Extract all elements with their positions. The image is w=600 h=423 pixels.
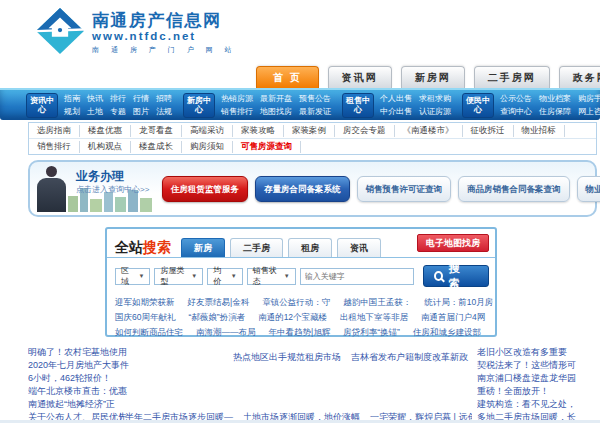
hot-search-link[interactable]: 如何判断商品住宅 xyxy=(115,327,183,337)
news-link[interactable]: 建筑构造：看不见之处， xyxy=(477,398,597,411)
hot-search-link[interactable]: 章镇公益行动：守 xyxy=(262,297,330,307)
public-service-center-badge[interactable]: 便民中心 xyxy=(462,93,494,118)
main-nav-tab[interactable]: 资讯网 xyxy=(328,66,392,88)
quick-link[interactable]: 购房须知 xyxy=(182,141,233,153)
news-link[interactable]: 契税法来了！这些情形可 xyxy=(477,359,597,372)
quick-links-row-2: 销售排行机构观点楼盘成长购房须知 可售房源查询 xyxy=(29,138,596,154)
mega-menu-link[interactable]: 最新发证 xyxy=(299,106,331,117)
search-tab[interactable]: 资讯 xyxy=(337,238,381,257)
mega-menu-link[interactable]: 认证房源 xyxy=(419,106,451,117)
news-link[interactable]: 明确了！农村宅基地使用 xyxy=(28,346,178,359)
mega-menu-link[interactable]: 求租求购 xyxy=(419,93,451,104)
quick-link[interactable]: 家装攻略 xyxy=(233,125,284,137)
mega-group-newhome: 新房中心 热销房源最新开盘预售公告 销售排行地图找房最新发证 xyxy=(183,93,331,118)
hot-search-link[interactable]: 越韵中国王孟获： xyxy=(343,297,411,307)
mega-menu-link[interactable]: 土地 xyxy=(87,106,103,117)
mega-menu-link[interactable]: 物业档案 xyxy=(539,93,571,104)
quick-link[interactable]: 房交会专题 xyxy=(335,125,395,137)
hot-search-link[interactable]: 住房和城乡建设部 xyxy=(413,327,481,337)
news-link[interactable]: 6小时，462轮报价！ xyxy=(28,372,178,385)
quick-link[interactable]: 《南通楼市》 xyxy=(395,125,463,137)
business-button[interactable]: 住房租赁监管服务 xyxy=(162,176,248,202)
chevron-down-icon: ▼ xyxy=(284,273,290,279)
quick-link[interactable]: 高端采访 xyxy=(182,125,233,137)
hot-search-link[interactable]: 出租地下室等非居 xyxy=(340,312,408,322)
mega-menu-link[interactable]: 排行 xyxy=(110,93,126,104)
quick-link[interactable]: 楼盘成长 xyxy=(131,141,182,153)
business-button[interactable]: 销售预售许可证查询 xyxy=(357,176,452,202)
site-logo[interactable]: 南通房产信息网 www.ntfdc.net 南 通 房 产 门 户 网 站 xyxy=(36,8,237,58)
quick-link[interactable]: 家装案例 xyxy=(284,125,335,137)
new-home-center-badge[interactable]: 新房中心 xyxy=(183,93,215,118)
search-tab[interactable]: 租房 xyxy=(288,238,332,257)
mega-menu-link[interactable]: 规划 xyxy=(64,106,80,117)
main-nav-tab[interactable]: 政务网 xyxy=(559,66,600,88)
hot-search-link[interactable]: 南通首届门户4网 xyxy=(421,312,485,322)
available-listings-query-link[interactable]: 可售房源查询 xyxy=(233,141,301,153)
hot-search-link[interactable]: 统计局：前10月房 xyxy=(424,297,493,307)
mega-menu-link[interactable]: 快讯 xyxy=(87,93,103,104)
mega-menu-link[interactable]: 销售排行 xyxy=(221,106,253,117)
news-row-middle-top: 热点地区出手规范租房市场吉林省发布户籍制度改革新政重点城市二手房市场快速复苏苏锡… xyxy=(233,346,473,364)
hot-search-link[interactable]: 房贷利率“换锚” xyxy=(343,327,400,337)
mega-menu-link[interactable]: 行情 xyxy=(133,93,149,104)
mega-menu-link[interactable]: 招聘 xyxy=(156,93,172,104)
news-link[interactable]: 端午北京楼市直击：优惠 xyxy=(28,385,178,398)
hot-search-link[interactable]: 南海潮——布局 xyxy=(196,327,256,337)
news-link[interactable]: 2020年七月房地产大事件 xyxy=(28,359,178,372)
business-button[interactable]: 存量房合同备案系统 xyxy=(255,176,350,202)
news-link[interactable]: 南京浦口楼盘逆盘龙华园 xyxy=(477,372,597,385)
mega-menu-link[interactable]: 中介出售 xyxy=(380,106,412,117)
news-link[interactable]: 热点地区出手规范租房市场 xyxy=(233,352,341,362)
main-nav-tab[interactable]: 首 页 xyxy=(256,66,319,88)
hot-search-link[interactable]: 迎军如期荣获新 xyxy=(115,297,175,307)
search-tab[interactable]: 二手房 xyxy=(230,238,283,257)
mega-menu-link[interactable]: 网上咨询 xyxy=(578,106,600,117)
main-nav-tab[interactable]: 新房网 xyxy=(401,66,465,88)
mega-menu-link[interactable]: 专题 xyxy=(110,106,126,117)
query-center-link[interactable]: 点击进入查询中心>> xyxy=(76,184,149,195)
mega-menu-link[interactable]: 地图找房 xyxy=(260,106,292,117)
mega-menu-link[interactable]: 购房手册 xyxy=(578,93,600,104)
mega-menu-link[interactable]: 公示公告 xyxy=(500,93,532,104)
search-filters: 区域▼ 房屋类型▼ 均价▼ 销售状态▼ xyxy=(115,268,296,285)
news-center-badge[interactable]: 资讯中心 xyxy=(26,93,58,118)
quick-link[interactable]: 征收拆迁 xyxy=(463,125,514,137)
filter-dropdown[interactable]: 销售状态▼ xyxy=(247,268,296,285)
filter-dropdown[interactable]: 区域▼ xyxy=(115,268,150,285)
keyword-input[interactable] xyxy=(300,268,414,285)
main-nav-tab[interactable]: 二手房网 xyxy=(474,66,550,88)
mega-menu-link[interactable]: 预售公告 xyxy=(299,93,331,104)
mega-menu-link[interactable]: 热销房源 xyxy=(221,93,253,104)
mega-menu-link[interactable]: 法规 xyxy=(156,106,172,117)
filter-dropdown[interactable]: 均价▼ xyxy=(207,268,242,285)
news-link[interactable]: 老旧小区改造有多重要 xyxy=(477,346,597,359)
mega-menu-link[interactable]: 指南 xyxy=(64,93,80,104)
mega-menu-link[interactable]: 最新开盘 xyxy=(260,93,292,104)
hot-search-link[interactable]: 南通的12个宝藏楼 xyxy=(258,312,327,322)
business-button[interactable]: 商品房销售合同备案查询 xyxy=(458,176,570,202)
filter-dropdown[interactable]: 房屋类型▼ xyxy=(154,268,203,285)
news-link[interactable]: 重磅！全面放开！ xyxy=(477,385,597,398)
hot-search-link[interactable]: 国庆60周年献礼 xyxy=(115,312,175,322)
quick-link[interactable]: 楼盘优惠 xyxy=(80,125,131,137)
hot-search-link[interactable]: “郝薇娘”扮演者 xyxy=(188,312,245,322)
map-search-button[interactable]: 电子地图找房 xyxy=(417,234,489,252)
quick-link[interactable]: 销售排行 xyxy=(29,141,80,153)
quick-link[interactable]: 物业招标 xyxy=(514,125,565,137)
hot-search-link[interactable]: 年中看趋势|旭辉 xyxy=(269,327,331,337)
mega-menu-link[interactable]: 查询中心 xyxy=(500,106,532,117)
hot-search-link[interactable]: 好友票结易|金科 xyxy=(188,297,250,307)
search-button[interactable]: 搜 索 xyxy=(423,265,489,287)
search-tab[interactable]: 新房 xyxy=(181,238,225,257)
mega-menu-link[interactable]: 住房保障 xyxy=(539,106,571,117)
quick-link[interactable]: 选房指南 xyxy=(29,125,80,137)
business-button[interactable]: 物业信用档案查询 xyxy=(577,176,600,202)
quick-link[interactable]: 机构观点 xyxy=(80,141,131,153)
chevron-down-icon: ▼ xyxy=(231,273,237,279)
mega-menu-link[interactable]: 图片 xyxy=(133,106,149,117)
news-link[interactable]: 吉林省发布户籍制度改革新政 xyxy=(351,352,468,362)
mega-menu-link[interactable]: 个人出售 xyxy=(380,93,412,104)
quick-link[interactable]: 龙哥看盘 xyxy=(131,125,182,137)
rental-center-badge[interactable]: 租售中心 xyxy=(342,93,374,118)
